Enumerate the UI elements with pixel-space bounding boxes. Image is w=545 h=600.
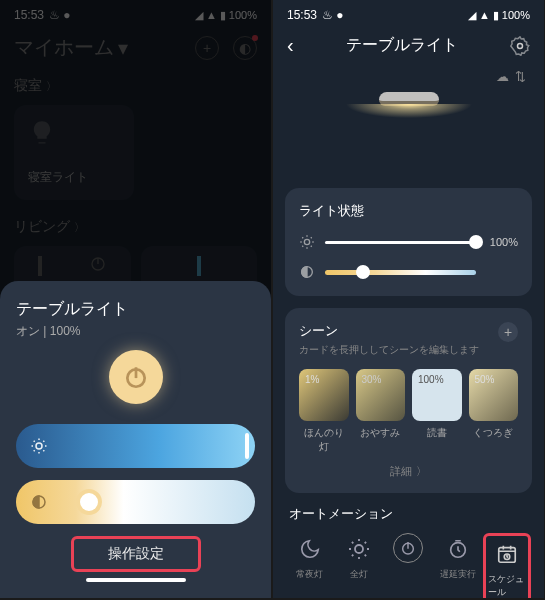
svg-point-8 [355,545,363,553]
color-handle[interactable] [76,489,102,515]
scene-subtitle: カードを長押ししてシーンを編集します [299,343,479,357]
svg-point-3 [36,443,42,449]
battery-pct: 100% [502,9,530,21]
sun-icon [299,234,315,250]
scene-item-1[interactable]: 1%ほんのり灯 [299,369,349,454]
automation-section: オートメーション 常夜灯 全灯 遅延実行 スケジュール [285,505,532,598]
power-icon [123,364,149,390]
status-bar: 15:53 ♨ ● ◢ ▲ ▮ 100% [273,0,544,26]
scene-detail-link[interactable]: 詳細 〉 [299,464,518,479]
right-screenshot: 15:53 ♨ ● ◢ ▲ ▮ 100% ‹ テーブルライト ☁ ⇅ ライト状態… [273,0,544,598]
home-indicator[interactable] [86,578,186,582]
wifi-icon: ▲ [479,9,490,21]
signal-icon: ◢ [468,9,476,22]
auto-nightlight[interactable]: 常夜灯 [286,533,334,581]
status-title: ライト状態 [299,202,518,220]
brightness-value: 100% [486,236,518,248]
power-button[interactable] [109,350,163,404]
gear-icon[interactable] [510,36,530,56]
back-button[interactable]: ‹ [287,34,294,57]
timer-icon [442,533,474,565]
calendar-icon [491,538,523,570]
sun-full-icon [343,533,375,565]
brightness-handle[interactable] [245,433,249,459]
left-screenshot: 15:53 ♨ ● ◢ ▲ ▮ 100% マイホーム ▾ + ◐ 寝室 〉 寝室… [0,0,271,598]
scene-item-2[interactable]: 30%おやすみ [356,369,406,454]
device-header: ‹ テーブルライト [273,26,544,65]
svg-point-5 [517,43,522,48]
auto-schedule[interactable]: スケジュール [483,533,531,598]
color-temp-slider[interactable] [16,480,255,524]
svg-point-6 [304,239,309,244]
status-app-icons: ♨ ● [322,8,344,22]
scene-title: シーン [299,322,479,340]
scene-item-4[interactable]: 50%くつろぎ [469,369,519,454]
color-temp-slider[interactable] [325,270,476,275]
device-bottom-sheet: テーブルライト オン | 100% 操作設定 [0,281,271,598]
power-icon [393,533,423,563]
moon-icon [294,533,326,565]
automation-title: オートメーション [285,505,532,523]
color-knob[interactable] [356,265,370,279]
sync-icon: ⇅ [515,69,526,84]
sun-icon [30,437,48,455]
light-status-card: ライト状態 100% [285,188,532,296]
auto-delay[interactable]: 遅延実行 [434,533,482,581]
auto-all-on[interactable]: 全灯 [335,533,383,581]
settings-button[interactable]: 操作設定 [71,536,201,572]
battery-icon: ▮ [493,9,499,22]
scene-card: シーン カードを長押ししてシーンを編集します + 1%ほんのり灯 30%おやすみ… [285,308,532,493]
status-time: 15:53 [287,8,317,22]
scene-item-3[interactable]: 100%読書 [412,369,462,454]
sheet-device-name: テーブルライト [16,299,255,320]
light-illustration [273,88,544,188]
sheet-device-status: オン | 100% [16,323,255,340]
add-scene-button[interactable]: + [498,322,518,342]
brightness-slider[interactable] [325,241,476,244]
half-moon-icon [299,264,315,280]
brightness-knob[interactable] [469,235,483,249]
half-moon-icon [30,493,48,511]
auto-power[interactable] [384,533,432,566]
brightness-slider[interactable] [16,424,255,468]
cloud-icon: ☁ [496,69,509,84]
page-title: テーブルライト [346,35,458,56]
